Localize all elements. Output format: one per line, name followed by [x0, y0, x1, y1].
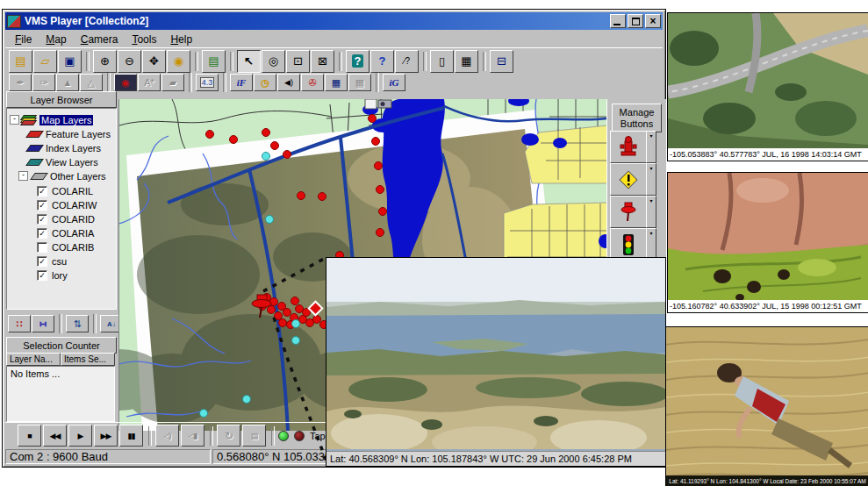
attach-note-edit-button[interactable]: ✑ — [32, 74, 55, 91]
layer-stats-button[interactable]: ∷ — [8, 315, 31, 332]
menu-map[interactable]: Map — [39, 32, 72, 46]
checkbox-checked[interactable]: ✓ — [37, 228, 47, 239]
tree-label: Map Layers — [39, 115, 93, 125]
note-pen-icon: ✑ — [39, 77, 47, 89]
collapse-icon[interactable]: - — [10, 115, 19, 125]
window-overview-button[interactable]: ▦ — [455, 50, 478, 73]
menu-file[interactable]: File — [9, 32, 38, 46]
pushpin-button[interactable] — [610, 196, 647, 228]
rewind-button[interactable]: ◀◀ — [43, 425, 67, 447]
grid-tool-button[interactable]: ▦ — [348, 74, 371, 91]
column-layer-name[interactable]: Layer Na... — [6, 353, 61, 366]
global-info-button[interactable]: iG — [383, 74, 405, 91]
layer-refresh-button[interactable]: ⇅ — [66, 315, 89, 332]
fast-forward-button[interactable]: ▶▶ — [94, 425, 118, 447]
tape-window-button[interactable]: ▤ — [242, 425, 266, 447]
tree-item-other-layers[interactable]: - Other Layers — [18, 169, 106, 182]
tree-item-csu[interactable]: ✓ csu — [37, 254, 67, 268]
zoom-in-button[interactable]: ⊕ — [93, 50, 117, 73]
play-button[interactable]: ▶ — [68, 425, 92, 447]
center-map-button[interactable]: ◉ — [167, 50, 190, 73]
eraser-tool-button[interactable]: ▰ — [161, 74, 184, 91]
ruler-tool-button[interactable]: 4.3 — [196, 74, 219, 91]
checkbox-checked[interactable]: ✓ — [37, 200, 47, 211]
tree-item-colariw[interactable]: ✓ COLARIW — [37, 198, 97, 211]
attach-note-button[interactable]: ✒ — [9, 74, 32, 91]
camera-tool-button[interactable]: ✇ — [301, 74, 324, 91]
select-region-button[interactable]: ⊠ — [311, 50, 334, 73]
collapse-icon[interactable]: - — [18, 171, 28, 181]
warning-button[interactable] — [610, 163, 647, 196]
tree-label: Index Layers — [46, 143, 101, 154]
record-control-button[interactable]: ◉ — [114, 74, 137, 91]
audio-tool-button[interactable]: ◀) — [277, 74, 300, 91]
tree-item-colaril[interactable]: ✓ COLARIL — [37, 184, 93, 197]
stop-button[interactable]: ■ — [18, 425, 41, 447]
layer-manager-button[interactable]: ▤ — [202, 50, 226, 73]
minimize-button[interactable] — [610, 14, 626, 28]
tree-item-view-layers[interactable]: View Layers — [26, 155, 98, 168]
alarm-tool-button[interactable]: ◷ — [254, 74, 276, 91]
tree-item-map-layers[interactable]: - Map Layers — [10, 113, 93, 126]
checkbox-checked[interactable]: ✓ — [37, 214, 47, 225]
hydrant-dropdown[interactable]: ▾ — [646, 131, 656, 163]
checkbox-checked[interactable]: ✓ — [37, 256, 47, 267]
tree-item-index-layers[interactable]: Index Layers — [26, 141, 101, 154]
tree-label: COLARIA — [52, 228, 94, 239]
warning-dropdown[interactable]: ▾ — [646, 163, 656, 196]
layer-browser-header[interactable]: Layer Browser — [6, 91, 117, 108]
select-circle-button[interactable]: ◎ — [262, 50, 285, 73]
restore-button[interactable] — [628, 14, 643, 28]
query-area-button[interactable]: ? — [346, 50, 369, 73]
pause-button[interactable]: ▮▮ — [119, 425, 143, 447]
query-line-button[interactable]: ∕? — [395, 50, 419, 73]
terrain-up-button[interactable]: ▲ — [56, 74, 79, 91]
checkbox-checked[interactable]: ✓ — [37, 186, 47, 197]
camera-marker[interactable] — [365, 99, 391, 109]
photo-leaf-fingers[interactable]: -105.160782° 40.633902° JUL, 15 1998 00:… — [667, 172, 868, 313]
film-tool-button[interactable]: ▦ — [325, 74, 348, 91]
select-rectangle-button[interactable]: ⊡ — [286, 50, 310, 73]
selection-counter-header[interactable]: Selection Counter — [6, 337, 117, 354]
close-button[interactable]: × — [645, 14, 661, 28]
monitor-view-button[interactable]: ⊟ — [490, 50, 513, 73]
audio-play-button[interactable]: ◁) — [155, 425, 179, 447]
menu-camera[interactable]: Camera — [75, 32, 125, 46]
terrain-down-button[interactable]: △ — [80, 74, 103, 91]
traffic-light-icon — [617, 233, 640, 256]
tree-item-colarid[interactable]: ✓ COLARID — [37, 212, 95, 225]
layer-palette-button[interactable]: ∺ — [32, 315, 54, 332]
column-items-selected[interactable]: Items Se... — [61, 353, 115, 366]
manage-buttons-header[interactable]: Manage Buttons — [612, 104, 662, 132]
traffic-light-button[interactable] — [610, 228, 647, 261]
open-collection-button[interactable]: ▱ — [33, 50, 57, 73]
title-bar[interactable]: VMS Player [Collection2] × — [5, 12, 663, 30]
audio-pause-button[interactable]: ◁▮ — [181, 425, 204, 447]
hydrant-button[interactable] — [610, 131, 647, 163]
feature-info-button[interactable]: iF — [230, 74, 253, 91]
tree-item-lory[interactable]: ✓ lory — [37, 268, 68, 282]
pushpin-dropdown[interactable]: ▾ — [646, 196, 656, 228]
inset-photo[interactable]: Lat: 40.568309° N Lon: 105.187843° W UTC… — [326, 257, 666, 467]
tree-item-colarib[interactable]: COLARIB — [37, 240, 94, 254]
menu-help[interactable]: Help — [164, 32, 198, 46]
checkbox-checked[interactable]: ✓ — [37, 270, 47, 281]
pan-button[interactable]: ✥ — [142, 50, 166, 73]
photo-person-grass[interactable]: Lat: 41.119293° N Lon: 104.841300° W Loc… — [665, 326, 868, 486]
menu-tools[interactable]: Tools — [126, 32, 162, 46]
window-layout-button[interactable]: ▯ — [430, 50, 454, 73]
save-collection-button[interactable]: ▣ — [58, 50, 82, 73]
loop-button[interactable]: ↻ — [217, 425, 240, 447]
zoom-out-button[interactable]: ⊖ — [118, 50, 141, 73]
new-collection-button[interactable]: ▤ — [9, 50, 32, 73]
traffic-light-dropdown[interactable]: ▾ — [646, 228, 656, 261]
photo-aerial-highway[interactable]: -105.053883° 40.577783° JUL, 16 1998 14:… — [667, 12, 868, 161]
tree-item-colaria[interactable]: ✓ COLARIA — [37, 226, 94, 239]
secondary-toolbar: ✒ ✑ ▲ △ ◉ A* ▰ 4.3 iF ◷ ◀) ✇ ▦ ▦ iG — [5, 74, 663, 91]
tree-item-feature-layers[interactable]: Feature Layers — [26, 127, 111, 140]
select-cursor-button[interactable]: ↖ — [237, 50, 261, 73]
font-tool-button[interactable]: A* — [138, 74, 161, 91]
selection-toolbar: ∷ ∺ ⇅ A↓ — [6, 312, 115, 335]
query-point-button[interactable]: ? — [370, 50, 394, 73]
checkbox-unchecked[interactable] — [37, 242, 47, 253]
